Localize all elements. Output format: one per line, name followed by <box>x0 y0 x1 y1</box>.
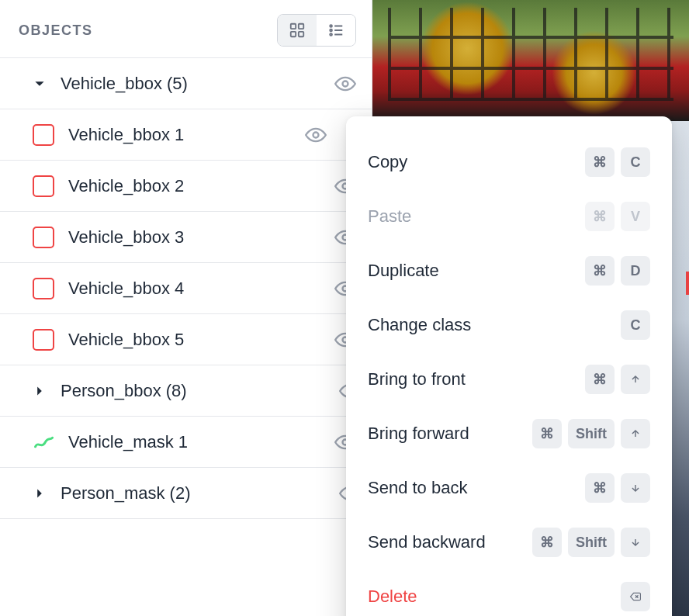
arrow-down-icon <box>621 528 650 557</box>
view-toggle <box>277 14 356 47</box>
object-label: Vehicle_bbox 3 <box>68 227 320 247</box>
grid-icon <box>289 22 306 39</box>
cmd-key-icon: ⌘ <box>585 365 615 394</box>
object-label: Vehicle_bbox 5 <box>68 330 320 350</box>
bbox-icon <box>33 329 54 351</box>
chevron-right-icon <box>33 488 47 499</box>
bbox-icon <box>33 124 54 146</box>
menu-delete[interactable]: Delete <box>346 569 672 616</box>
group-label: Person_mask (2) <box>61 483 325 504</box>
object-label: Vehicle_bbox 1 <box>68 125 291 145</box>
group-label: Vehicle_bbox (5) <box>61 74 320 94</box>
key-c: C <box>621 147 650 177</box>
chevron-right-icon <box>33 386 47 396</box>
menu-bring-to-front[interactable]: Bring to front ⌘ <box>346 352 672 407</box>
bbox-icon <box>33 175 54 197</box>
object-label: Vehicle_bbox 2 <box>68 176 320 196</box>
key-shift: Shift <box>568 419 615 448</box>
grid-view-button[interactable] <box>278 15 317 46</box>
object-label: Vehicle_bbox 4 <box>68 279 320 299</box>
svg-rect-2 <box>291 32 296 36</box>
object-group-person-mask[interactable]: Person_mask (2) <box>0 468 372 519</box>
object-item[interactable]: Vehicle_bbox 5 <box>0 314 372 365</box>
menu-label: Bring forward <box>368 424 469 444</box>
menu-paste: Paste ⌘ V <box>346 189 672 244</box>
svg-point-8 <box>330 33 332 36</box>
object-group-vehicle-bbox[interactable]: Vehicle_bbox (5) <box>0 58 372 109</box>
svg-point-6 <box>330 29 332 32</box>
arrow-up-icon <box>621 365 650 394</box>
svg-rect-0 <box>291 24 296 29</box>
menu-duplicate[interactable]: Duplicate ⌘ D <box>346 244 672 298</box>
cmd-key-icon: ⌘ <box>585 147 615 177</box>
svg-rect-1 <box>299 24 303 29</box>
object-item[interactable]: Vehicle_bbox 2 <box>0 161 372 212</box>
menu-label: Duplicate <box>368 261 439 281</box>
svg-point-4 <box>330 25 332 27</box>
object-item[interactable]: Vehicle_bbox 4 <box>0 263 372 314</box>
cmd-key-icon: ⌘ <box>585 256 615 286</box>
menu-label: Send backward <box>368 532 486 552</box>
object-label: Vehicle_mask 1 <box>68 432 320 452</box>
panel-title: OBJECTS <box>19 22 93 39</box>
arrow-up-icon <box>621 419 650 448</box>
menu-label: Change class <box>368 315 471 335</box>
context-menu: Copy ⌘ C Paste ⌘ V Duplicate ⌘ D Change … <box>346 116 672 616</box>
group-label: Person_bbox (8) <box>61 381 325 401</box>
backspace-icon <box>621 582 650 611</box>
visibility-icon[interactable] <box>334 73 356 95</box>
list-view-button[interactable] <box>317 15 355 46</box>
menu-label: Send to back <box>368 478 467 498</box>
svg-point-11 <box>313 132 319 137</box>
list-icon <box>327 22 344 39</box>
objects-sidebar: OBJECTS <box>0 0 372 616</box>
menu-change-class[interactable]: Change class C <box>346 298 672 352</box>
svg-point-10 <box>343 81 348 86</box>
object-list: Vehicle_bbox (5) Vehicle_bbox 1 Vehicle_… <box>0 58 372 616</box>
cmd-key-icon: ⌘ <box>585 202 615 231</box>
menu-label: Bring to front <box>368 369 466 389</box>
menu-send-to-back[interactable]: Send to back ⌘ <box>346 461 672 515</box>
key-shift: Shift <box>568 528 615 557</box>
cmd-key-icon: ⌘ <box>532 528 562 557</box>
bbox-icon <box>33 278 54 299</box>
chevron-down-icon <box>33 78 47 89</box>
menu-bring-forward[interactable]: Bring forward ⌘ Shift <box>346 407 672 461</box>
key-c: C <box>621 310 650 340</box>
visibility-icon[interactable] <box>305 124 327 146</box>
key-d: D <box>621 256 650 286</box>
cmd-key-icon: ⌘ <box>585 473 615 503</box>
menu-label: Delete <box>368 587 417 607</box>
key-v: V <box>621 202 650 231</box>
mask-icon <box>33 431 54 453</box>
selection-edge <box>686 272 689 295</box>
object-item-vehicle-mask[interactable]: Vehicle_mask 1 <box>0 417 372 468</box>
menu-label: Copy <box>368 152 407 172</box>
object-item[interactable]: Vehicle_bbox 3 <box>0 212 372 263</box>
arrow-down-icon <box>621 473 650 503</box>
canvas-image <box>372 0 689 121</box>
menu-send-backward[interactable]: Send backward ⌘ Shift <box>346 515 672 569</box>
object-item[interactable]: Vehicle_bbox 1 <box>0 109 372 161</box>
bbox-icon <box>33 227 54 248</box>
object-group-person-bbox[interactable]: Person_bbox (8) <box>0 365 372 417</box>
menu-label: Paste <box>368 206 411 227</box>
menu-copy[interactable]: Copy ⌘ C <box>346 135 672 189</box>
cmd-key-icon: ⌘ <box>532 419 562 448</box>
svg-rect-3 <box>299 32 303 36</box>
